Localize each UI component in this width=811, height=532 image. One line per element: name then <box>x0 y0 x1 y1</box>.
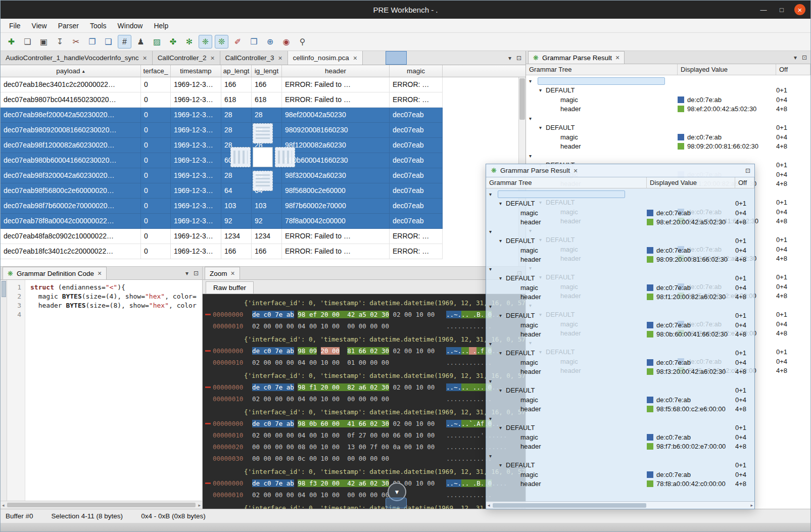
tab-callcontroller-2[interactable]: CallController_2× <box>153 51 220 65</box>
hex-byte-group[interactable]: 98 f1 20 00 82 a6 02 30 <box>298 383 389 391</box>
column-header-payload[interactable]: payload▴ <box>1 65 141 77</box>
tree-header-row[interactable]: header78:f8:a0:00:42:c0:00:004+8 <box>486 479 754 489</box>
column-header-header[interactable]: header <box>282 65 390 77</box>
chevron-down-icon[interactable]: ▾ <box>499 313 506 318</box>
maximize-button[interactable]: □ <box>776 4 787 15</box>
tree-header-row[interactable]: header98:f3:20:00:42:a6:02:304+8 <box>486 367 754 377</box>
hex-line[interactable]: 00000000de c0 7e ab 98 f3 20 00 42 a6 02… <box>205 477 526 489</box>
tree-default-row[interactable]: ▾DEFAULT0+1 <box>486 199 754 209</box>
tree-magic-row[interactable]: magicde:c0:7e:ab0+4 <box>486 208 754 218</box>
chevron-down-icon[interactable]: ▾ <box>499 350 506 356</box>
tab-list-dropdown-icon[interactable]: ▾ <box>508 55 511 62</box>
chevron-down-icon[interactable]: ▾ <box>539 125 546 130</box>
tree-header-row[interactable]: header98:ef:20:00:42:a5:02:304+8 <box>486 218 754 227</box>
column-header-grammar-tree[interactable]: Grammar Tree <box>526 64 678 75</box>
tree-packet-row[interactable]: ▾ <box>526 114 810 123</box>
chevron-down-icon[interactable]: ▾ <box>489 191 496 197</box>
hex-byte-group[interactable]: 00 00 00 00 08 00 10 00 13 00 7f 00 0a 0… <box>252 443 435 451</box>
hex-byte-group[interactable]: 98 f3 20 00 42 a6 02 30 <box>298 479 389 487</box>
hex-line[interactable]: 00000000de c0 7e ab 98 ef 20 00 42 a5 02… <box>205 309 526 320</box>
run-parser-all-icon[interactable]: ✻ <box>182 35 196 49</box>
hex-byte-group[interactable]: 00 00 00 00 0c 00 10 00 00 00 00 00 <box>252 455 389 462</box>
dock-guide-left[interactable] <box>230 147 251 167</box>
hex-byte-group[interactable]: 02 00 00 00 04 00 10 00 00 00 00 00 <box>252 322 389 330</box>
hex-byte-group[interactable]: de c0 7e ab <box>252 420 294 427</box>
paste-file-icon[interactable]: ↧ <box>53 35 67 49</box>
hex-byte-group[interactable]: de c0 7e ab <box>252 383 294 391</box>
chevron-down-icon[interactable]: ▾ <box>794 54 797 61</box>
code-lines[interactable]: struct (endianness="<"){ magic BYTES(siz… <box>25 280 202 501</box>
hex-byte-group[interactable]: 02 00 00 00 04 00 10 00 00 00 00 00 <box>252 491 389 499</box>
user-script-icon[interactable]: ♟ <box>134 35 148 49</box>
window-resize-edge[interactable] <box>1 523 810 531</box>
dock-guide-bottom[interactable] <box>253 171 273 191</box>
table-row[interactable]: dec07eab980b600041660230020…01969-12-3…6… <box>1 153 443 168</box>
hex-byte-group[interactable]: 02 00 00 00 04 00 10 00 01 00 00 00 <box>252 359 389 366</box>
marker-icon[interactable]: ✐ <box>231 35 245 49</box>
tree-packet-row[interactable]: ▾ <box>486 451 754 461</box>
chevron-down-icon[interactable]: ▾ <box>489 341 496 347</box>
table-row[interactable]: dec07eab98f7b60002e70000020…01969-12-3…1… <box>1 199 443 214</box>
tree-magic-row[interactable]: magicde:c0:7e:ab0+4 <box>486 246 754 255</box>
table-row[interactable]: dec07eab9807bc0441650230020…01969-12-3…6… <box>1 92 443 108</box>
hex-byte-group[interactable]: 02 00 10 00 <box>393 347 435 355</box>
web-lookup-icon[interactable]: ⊕ <box>263 35 277 49</box>
tree-packet-row[interactable]: ▾ <box>486 264 754 274</box>
tree-magic-row[interactable]: magicde:c0:7e:ab0+4 <box>486 432 754 442</box>
chevron-down-icon[interactable]: ▾ <box>499 238 506 244</box>
hex-line[interactable]: 0000001002 00 00 00 04 00 10 00 00 00 00… <box>205 489 526 501</box>
tab-audiocontroller-1-handlevocoderinfo-sync[interactable]: AudioController_1_handleVocoderInfo_sync… <box>1 51 153 65</box>
scrollbar-thumb[interactable] <box>493 503 647 508</box>
hex-byte-group[interactable]: 02 00 00 00 04 00 10 00 0f 27 00 00 06 0… <box>252 431 435 439</box>
close-icon[interactable]: × <box>142 54 147 62</box>
close-icon[interactable]: × <box>231 269 235 277</box>
tree-packet-row[interactable]: ▾ <box>486 414 754 423</box>
new-file-icon[interactable]: ✚ <box>5 35 18 49</box>
tree-packet-row[interactable]: ▾ <box>486 376 754 386</box>
hex-byte-group[interactable]: 02 00 00 00 04 00 10 00 00 00 00 00 <box>252 395 389 403</box>
scroll-right-icon[interactable]: ▸ <box>750 503 753 508</box>
tree-default-row[interactable]: ▾DEFAULT0+1 <box>486 274 754 283</box>
tree-magic-row[interactable]: magicde:c0:7e:ab0+4 <box>486 283 754 293</box>
tree-packet-row[interactable]: ▾ <box>526 151 810 161</box>
tree-default-row[interactable]: ▾DEFAULT0+1 <box>486 349 754 358</box>
menu-item-help[interactable]: Help <box>148 20 174 31</box>
close-icon[interactable]: × <box>574 167 578 175</box>
code-line[interactable]: magic BYTES(size=(4), show="hex", color= <box>30 292 202 301</box>
hex-line[interactable]: 00000000de c0 7e ab 98 f1 20 00 82 a6 02… <box>205 381 526 393</box>
chevron-down-icon[interactable]: ▾ <box>499 462 506 468</box>
grammar-tree-view-icon[interactable]: ❊ <box>215 35 228 49</box>
tree-header-row[interactable]: header98:f1:20:00:82:a6:02:304+8 <box>486 293 754 302</box>
tree-packet-row[interactable]: ▾ <box>486 302 754 311</box>
float-panel-icon[interactable]: ⊡ <box>745 167 750 174</box>
grammar-definition-tab[interactable]: ❋ Grammar Definition Code × <box>3 267 107 279</box>
chevron-down-icon[interactable]: ▾ <box>489 378 496 384</box>
code-line[interactable]: header BYTES(size=(8), show="hex", color <box>30 301 202 310</box>
tab-cellinfo-nosim-pca[interactable]: cellinfo_nosim.pca× <box>288 51 363 65</box>
code-line[interactable] <box>30 310 202 319</box>
close-icon[interactable]: × <box>353 54 357 62</box>
scrollbar-thumb[interactable] <box>2 281 6 297</box>
cut-icon[interactable]: ✂ <box>69 35 83 49</box>
code-vertical-scrollbar[interactable] <box>1 280 7 501</box>
chevron-down-icon[interactable]: ▾ <box>489 453 496 459</box>
chevron-down-icon[interactable]: ▾ <box>185 270 188 277</box>
menu-item-window[interactable]: Window <box>112 20 149 31</box>
chevron-down-icon[interactable]: ▾ <box>489 416 496 421</box>
column-header-ig-lengt[interactable]: ig_lengt <box>252 65 282 77</box>
tree-default-row[interactable]: ▾DEFAULT0+1 <box>486 461 754 470</box>
hex-line[interactable]: 0000001002 00 00 00 04 00 10 00 0f 27 00… <box>205 429 526 441</box>
dock-guide-right[interactable] <box>275 147 295 167</box>
tree-default-row[interactable]: ▾DEFAULT0+1 <box>526 86 810 95</box>
copy-file-icon[interactable]: ❏ <box>21 35 34 49</box>
tree-header-row[interactable]: header98:f5:68:00:c2:e6:00:004+8 <box>486 405 754 414</box>
tree-default-row[interactable]: ▾DEFAULT0+1 <box>526 123 810 133</box>
table-row[interactable]: dec07eab98f1200082a60230020…01969-12-3…2… <box>1 138 443 153</box>
hex-dump-view[interactable]: {'interface_id': 0, 'timestamp': datetim… <box>203 294 526 509</box>
detach-tab-icon[interactable]: ⊡ <box>516 55 521 62</box>
code-editor[interactable]: 1234 struct (endianness="<"){ magic BYTE… <box>1 280 202 501</box>
chevron-down-icon[interactable]: ▾ <box>539 87 546 93</box>
chevron-down-icon[interactable]: ▾ <box>529 153 536 159</box>
hex-line[interactable]: 0000001002 00 00 00 04 00 10 00 01 00 00… <box>205 357 526 368</box>
tree-default-row[interactable]: ▾DEFAULT0+1 <box>486 311 754 321</box>
